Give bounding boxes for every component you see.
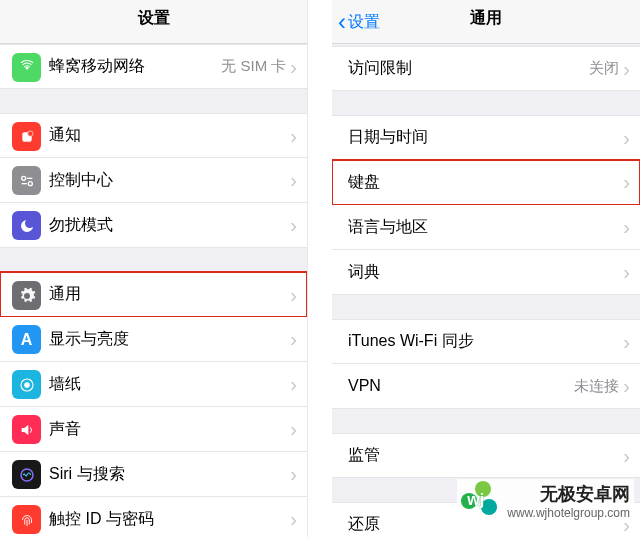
row-notifications[interactable]: 通知 › xyxy=(0,113,307,158)
row-general[interactable]: 通用 › xyxy=(0,272,307,317)
chevron-right-icon: › xyxy=(623,376,630,396)
row-label: 语言与地区 xyxy=(348,217,623,238)
svg-point-0 xyxy=(25,66,28,69)
row-touchid[interactable]: 触控 ID 与密码 › xyxy=(0,497,307,537)
section-general: 通用 › A 显示与亮度 › 墙纸 › 声音 › Siri 与搜索 xyxy=(0,272,307,537)
chevron-right-icon: › xyxy=(290,374,297,394)
chevron-right-icon: › xyxy=(290,329,297,349)
row-dictionary[interactable]: 词典 › xyxy=(332,250,640,295)
notifications-icon xyxy=(12,122,41,151)
chevron-right-icon: › xyxy=(290,464,297,484)
watermark-title: 无极安卓网 xyxy=(507,482,630,506)
row-value: 无 SIM 卡 xyxy=(221,57,286,76)
siri-icon xyxy=(12,460,41,489)
chevron-right-icon: › xyxy=(623,59,630,79)
row-label: 墙纸 xyxy=(49,374,290,395)
watermark: wj 无极安卓网 www.wjhotelgroup.com xyxy=(457,479,634,523)
chevron-right-icon: › xyxy=(623,446,630,466)
row-label: 通知 xyxy=(49,125,290,146)
row-label: 监管 xyxy=(348,445,623,466)
chevron-right-icon: › xyxy=(290,285,297,305)
row-keyboard[interactable]: 键盘 › xyxy=(332,160,640,205)
touchid-icon xyxy=(12,505,41,534)
svg-point-8 xyxy=(24,382,29,387)
chevron-right-icon: › xyxy=(290,509,297,529)
row-restrictions[interactable]: 访问限制 关闭 › xyxy=(332,46,640,91)
wallpaper-icon xyxy=(12,370,41,399)
page-title: 设置 xyxy=(138,9,170,26)
row-value: 关闭 xyxy=(589,59,619,78)
row-cellular[interactable]: 蜂窝移动网络 无 SIM 卡 › xyxy=(0,44,307,89)
gear-icon xyxy=(12,281,41,310)
row-dnd[interactable]: 勿扰模式 › xyxy=(0,203,307,248)
section-sync: iTunes Wi-Fi 同步 › VPN 未连接 › xyxy=(332,319,640,409)
svg-point-2 xyxy=(27,131,32,136)
display-icon: A xyxy=(12,325,41,354)
row-value: 未连接 xyxy=(574,377,619,396)
chevron-right-icon: › xyxy=(623,332,630,352)
watermark-url: www.wjhotelgroup.com xyxy=(507,506,630,520)
chevron-right-icon: › xyxy=(290,57,297,77)
section-regulatory: 监管 › xyxy=(332,433,640,478)
section-restrictions: 访问限制 关闭 › xyxy=(332,46,640,91)
row-vpn[interactable]: VPN 未连接 › xyxy=(332,364,640,409)
row-label: iTunes Wi-Fi 同步 xyxy=(348,331,623,352)
section-cellular: 蜂窝移动网络 无 SIM 卡 › xyxy=(0,44,307,89)
row-label: 日期与时间 xyxy=(348,127,623,148)
svg-point-3 xyxy=(21,176,25,180)
row-display[interactable]: A 显示与亮度 › xyxy=(0,317,307,362)
section-lang: 日期与时间 › 键盘 › 语言与地区 › 词典 › xyxy=(332,115,640,295)
watermark-logo-icon: wj xyxy=(461,481,501,521)
row-label: 蜂窝移动网络 xyxy=(49,56,221,77)
row-label: 声音 xyxy=(49,419,290,440)
row-label: 访问限制 xyxy=(348,58,589,79)
row-label: 键盘 xyxy=(348,172,623,193)
chevron-right-icon: › xyxy=(290,126,297,146)
chevron-left-icon: ‹ xyxy=(338,10,346,34)
row-label: 通用 xyxy=(49,284,290,305)
row-control-center[interactable]: 控制中心 › xyxy=(0,158,307,203)
control-center-icon xyxy=(12,166,41,195)
chevron-right-icon: › xyxy=(290,215,297,235)
page-title: 通用 xyxy=(470,9,502,26)
chevron-right-icon: › xyxy=(623,217,630,237)
row-itunes-wifi[interactable]: iTunes Wi-Fi 同步 › xyxy=(332,319,640,364)
chevron-right-icon: › xyxy=(623,128,630,148)
row-label: 触控 ID 与密码 xyxy=(49,509,290,530)
chevron-right-icon: › xyxy=(623,172,630,192)
row-date-time[interactable]: 日期与时间 › xyxy=(332,115,640,160)
header: ‹ 设置 通用 xyxy=(332,0,640,44)
settings-root-screen: 设置 蜂窝移动网络 无 SIM 卡 › 通知 › 控制中心 › xyxy=(0,0,308,537)
back-label: 设置 xyxy=(348,0,380,44)
row-siri[interactable]: Siri 与搜索 › xyxy=(0,452,307,497)
chevron-right-icon: › xyxy=(290,419,297,439)
section-notify: 通知 › 控制中心 › 勿扰模式 › xyxy=(0,113,307,248)
back-button[interactable]: ‹ 设置 xyxy=(338,0,380,44)
dnd-icon xyxy=(12,211,41,240)
row-sounds[interactable]: 声音 › xyxy=(0,407,307,452)
chevron-right-icon: › xyxy=(290,170,297,190)
row-language[interactable]: 语言与地区 › xyxy=(332,205,640,250)
row-regulatory[interactable]: 监管 › xyxy=(332,433,640,478)
chevron-right-icon: › xyxy=(623,262,630,282)
watermark-logo-text: wj xyxy=(467,491,484,509)
svg-point-5 xyxy=(28,181,32,185)
gap xyxy=(308,0,332,537)
sounds-icon xyxy=(12,415,41,444)
row-label: 勿扰模式 xyxy=(49,215,290,236)
row-label: 显示与亮度 xyxy=(49,329,290,350)
row-label: 控制中心 xyxy=(49,170,290,191)
header: 设置 xyxy=(0,0,307,44)
row-label: Siri 与搜索 xyxy=(49,464,290,485)
cellular-icon xyxy=(12,53,41,82)
row-label: 词典 xyxy=(348,262,623,283)
general-settings-screen: ‹ 设置 通用 访问限制 关闭 › 日期与时间 › 键盘 › 语言与地区 › 词… xyxy=(332,0,640,537)
row-wallpaper[interactable]: 墙纸 › xyxy=(0,362,307,407)
row-label: VPN xyxy=(348,377,574,395)
